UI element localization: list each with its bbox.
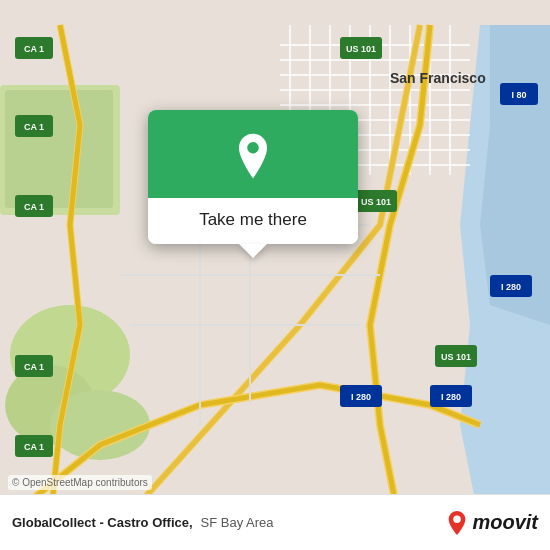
take-me-there-button[interactable]: Take me there [148, 198, 358, 244]
popup-card: Take me there [148, 110, 358, 244]
moovit-text: moovit [472, 511, 538, 534]
svg-text:I 280: I 280 [441, 392, 461, 402]
svg-text:US 101: US 101 [346, 44, 376, 54]
svg-rect-4 [5, 90, 113, 208]
svg-text:CA 1: CA 1 [24, 442, 44, 452]
moovit-logo: moovit [446, 510, 538, 536]
moovit-logo-icon [446, 510, 468, 536]
popup-pointer [239, 244, 267, 258]
place-name: GlobalCollect - Castro Office, [12, 515, 193, 530]
location-pin-icon [229, 132, 277, 180]
svg-text:CA 1: CA 1 [24, 122, 44, 132]
place-region: SF Bay Area [201, 515, 274, 530]
svg-text:San Francisco: San Francisco [390, 70, 486, 86]
map-container: CA 1 CA 1 CA 1 CA 1 CA 1 US 101 US 101 U… [0, 0, 550, 550]
bottom-bar: GlobalCollect - Castro Office, SF Bay Ar… [0, 494, 550, 550]
map-background: CA 1 CA 1 CA 1 CA 1 CA 1 US 101 US 101 U… [0, 0, 550, 550]
svg-text:CA 1: CA 1 [24, 362, 44, 372]
svg-point-56 [247, 142, 259, 154]
svg-text:US 101: US 101 [361, 197, 391, 207]
svg-text:I 280: I 280 [501, 282, 521, 292]
svg-text:CA 1: CA 1 [24, 44, 44, 54]
svg-text:CA 1: CA 1 [24, 202, 44, 212]
svg-text:US 101: US 101 [441, 352, 471, 362]
svg-text:I 280: I 280 [351, 392, 371, 402]
map-attribution: © OpenStreetMap contributors [8, 475, 152, 490]
svg-text:I 80: I 80 [511, 90, 526, 100]
svg-point-57 [454, 515, 461, 522]
popup-header [148, 110, 358, 198]
